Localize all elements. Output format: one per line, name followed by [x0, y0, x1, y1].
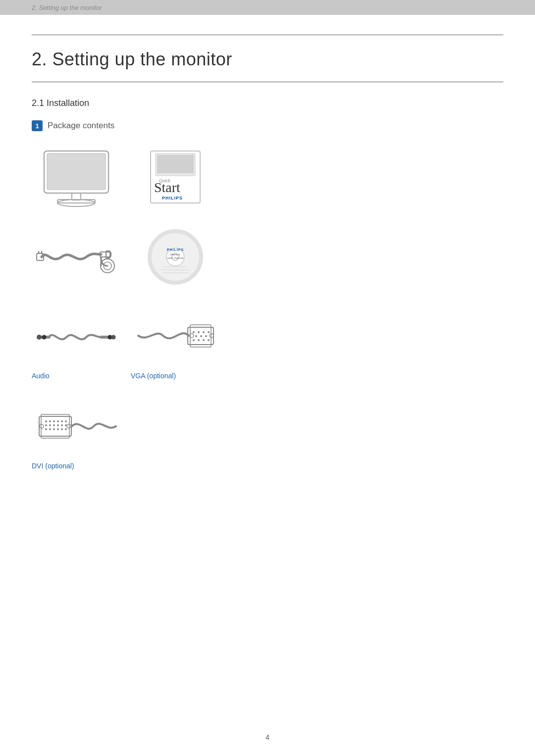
svg-point-67 [49, 428, 51, 430]
svg-text:user manual: user manual [167, 256, 183, 259]
svg-point-70 [61, 428, 63, 430]
monitor-image [32, 147, 121, 206]
svg-point-43 [195, 335, 197, 337]
dvi-cable-image [32, 398, 121, 457]
svg-point-73 [67, 424, 71, 428]
svg-point-59 [65, 420, 67, 422]
list-item: VGA (optional) [131, 307, 230, 380]
svg-point-51 [210, 334, 214, 338]
svg-point-55 [49, 420, 51, 422]
svg-rect-53 [41, 414, 69, 438]
svg-point-72 [40, 424, 44, 428]
package-contents-heading: 1 Package contents [32, 120, 503, 131]
svg-point-45 [205, 335, 207, 337]
svg-text:Monitor: Monitor [170, 253, 180, 256]
svg-point-47 [198, 339, 200, 341]
svg-rect-8 [157, 155, 194, 173]
vga-cable-image [131, 307, 220, 367]
svg-point-68 [53, 428, 55, 430]
svg-point-56 [53, 420, 55, 422]
svg-point-40 [198, 331, 200, 333]
svg-point-39 [193, 331, 195, 333]
svg-point-61 [49, 424, 51, 426]
svg-point-54 [45, 420, 47, 422]
svg-point-66 [45, 428, 47, 430]
list-item: Audio [32, 307, 131, 380]
page-container: 2. Setting up the monitor 2.1 Installati… [0, 15, 535, 517]
audio-cable-image [32, 307, 121, 367]
svg-rect-1 [47, 153, 106, 190]
svg-text:PHILIPS: PHILIPS [167, 248, 184, 252]
dvi-label: DVI (optional) [32, 462, 74, 470]
main-title: 2. Setting up the monitor [32, 49, 503, 70]
svg-point-71 [65, 428, 67, 430]
svg-point-42 [208, 331, 210, 333]
audio-label: Audio [32, 372, 50, 380]
svg-rect-2 [72, 193, 81, 200]
quickstart-image: Quick Start PHILIPS [131, 147, 220, 206]
svg-point-48 [203, 339, 205, 341]
svg-text:PHILIPS: PHILIPS [162, 196, 183, 201]
svg-point-41 [203, 331, 205, 333]
svg-text:Start: Start [154, 180, 180, 195]
list-item: PHILIPS Monitor user manual [131, 227, 230, 290]
items-grid: Quick Start PHILIPS [32, 147, 503, 488]
svg-point-63 [57, 424, 59, 426]
svg-point-64 [61, 424, 63, 426]
svg-point-60 [45, 424, 47, 426]
package-label: Package contents [48, 121, 114, 131]
bottom-divider [32, 82, 503, 82]
vga-label: VGA (optional) [131, 372, 176, 380]
top-divider [32, 35, 503, 35]
list-item: DVI (optional) [32, 398, 131, 470]
svg-point-69 [57, 428, 59, 430]
list-item [32, 227, 131, 290]
svg-point-62 [53, 424, 55, 426]
svg-point-44 [200, 335, 202, 337]
svg-point-57 [57, 420, 59, 422]
power-cable-image [32, 227, 121, 287]
header-bar: 2. Setting up the monitor [0, 0, 535, 15]
svg-point-58 [61, 420, 63, 422]
cd-image: PHILIPS Monitor user manual [131, 227, 220, 287]
package-badge: 1 [32, 120, 43, 131]
breadcrumb: 2. Setting up the monitor [32, 4, 102, 11]
svg-point-46 [193, 339, 195, 341]
page-number: 4 [266, 733, 269, 741]
section-subtitle: 2.1 Installation [32, 98, 503, 108]
list-item [32, 147, 131, 209]
list-item: Quick Start PHILIPS [131, 147, 230, 209]
svg-point-49 [208, 339, 210, 341]
